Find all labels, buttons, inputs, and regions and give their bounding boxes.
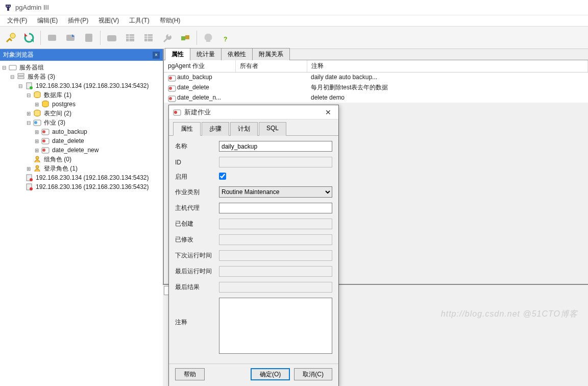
- tree-expander-icon[interactable]: ⊟: [26, 92, 32, 98]
- tree-node[interactable]: 192.168.230.136 (192.168.230.136:5432): [1, 182, 162, 191]
- tree-expander-icon[interactable]: ⊟: [17, 83, 23, 89]
- tool-refresh-icon[interactable]: [20, 29, 38, 46]
- tool-filter-icon[interactable]: [140, 29, 157, 46]
- dialog-titlebar[interactable]: 新建作业 ✕: [169, 105, 338, 119]
- menu-edit[interactable]: 编辑(E): [32, 15, 63, 26]
- tree-node[interactable]: ⊟192.168.230.134 (192.168.230.134:5432): [1, 81, 162, 90]
- tree-expander-icon[interactable]: [17, 175, 23, 181]
- tree-expander-icon[interactable]: ⊞: [26, 110, 32, 116]
- tab-properties[interactable]: 属性: [165, 48, 190, 60]
- menu-plugin[interactable]: 插件(P): [63, 15, 93, 26]
- svg-point-16: [30, 86, 33, 89]
- dialog-close-icon[interactable]: ✕: [322, 106, 334, 118]
- dlg-tab-sql[interactable]: SQL: [259, 122, 286, 136]
- object-browser-pane: 对象浏览器 × ⊟服务器组⊟服务器 (3)⊟192.168.230.134 (1…: [0, 49, 163, 386]
- svg-point-1: [9, 6, 10, 7]
- server-red-icon: [25, 174, 33, 182]
- tool-help-icon[interactable]: ?: [218, 29, 235, 46]
- svg-point-21: [34, 121, 37, 124]
- svg-point-23: [42, 130, 45, 133]
- properties-grid: pgAgent 作业 所有者 注释 auto_backupdaily date …: [164, 60, 588, 103]
- menu-view[interactable]: 视图(V): [93, 15, 124, 26]
- tree-expander-icon[interactable]: [17, 184, 23, 190]
- tree-node[interactable]: ⊟数据库 (1): [1, 90, 162, 100]
- dlg-tab-schedules[interactable]: 计划: [230, 122, 258, 136]
- tree-node[interactable]: ⊞date_delete_new: [1, 146, 162, 155]
- svg-rect-13: [18, 74, 24, 76]
- tree-node[interactable]: ⊞date_delete: [1, 136, 162, 146]
- tool-plugin-icon[interactable]: [177, 29, 194, 46]
- svg-point-41: [174, 111, 177, 114]
- tree-node[interactable]: ⊟作业 (3): [1, 118, 162, 127]
- tool-properties-icon[interactable]: [43, 29, 61, 46]
- tree-node[interactable]: ⊞auto_backup: [1, 127, 162, 136]
- tree-label: auto_backup: [51, 128, 88, 135]
- dlg-tab-steps[interactable]: 步骤: [202, 122, 229, 136]
- tree-expander-icon[interactable]: ⊞: [26, 165, 32, 172]
- select-class[interactable]: Routine Maintenance: [219, 186, 332, 198]
- tree-expander-icon[interactable]: ⊞: [34, 129, 40, 135]
- tool-maintenance-icon[interactable]: [158, 29, 176, 46]
- dlg-tab-properties[interactable]: 属性: [173, 122, 201, 136]
- menu-file[interactable]: 文件(F): [2, 15, 32, 26]
- tool-connect-icon[interactable]: [2, 29, 19, 46]
- tree-expander-icon[interactable]: ⊞: [34, 101, 40, 107]
- dlg-ok-button[interactable]: 确定(O): [251, 368, 290, 380]
- tree-expander-icon[interactable]: ⊟: [1, 64, 7, 70]
- svg-text:?: ?: [224, 36, 227, 43]
- svg-rect-5: [85, 34, 92, 42]
- tab-dependencies[interactable]: 依赖性: [221, 48, 253, 60]
- tree-expander-icon[interactable]: ⊞: [34, 138, 40, 144]
- tool-delete-icon[interactable]: [80, 29, 97, 46]
- table-row[interactable]: date_delete_n...delete demo: [164, 93, 588, 103]
- input-name[interactable]: [219, 141, 332, 152]
- svg-point-37: [169, 87, 172, 90]
- tree-label: 数据库 (1): [43, 91, 72, 100]
- window-title: pgAdmin III: [15, 4, 49, 11]
- db-icon: [33, 91, 41, 99]
- textarea-comment[interactable]: [219, 298, 332, 354]
- tab-dependents[interactable]: 附属关系: [252, 48, 290, 60]
- checkbox-enable[interactable]: [219, 173, 226, 180]
- col-comment[interactable]: 注释: [307, 60, 588, 73]
- menu-tools[interactable]: 工具(T): [124, 15, 154, 26]
- col-owner[interactable]: 所有者: [235, 60, 307, 73]
- tree-node[interactable]: ⊞登录角色 (1): [1, 164, 162, 173]
- col-job[interactable]: pgAgent 作业: [164, 60, 235, 73]
- tree-node[interactable]: ⊞postgres: [1, 100, 162, 109]
- tree-node[interactable]: ⊟服务器 (3): [1, 72, 162, 81]
- tree-node[interactable]: 192.168.230.134 (192.168.230.134:5432): [1, 173, 162, 182]
- object-tree[interactable]: ⊟服务器组⊟服务器 (3)⊟192.168.230.134 (192.168.2…: [0, 61, 163, 386]
- tree-node[interactable]: 组角色 (0): [1, 155, 162, 164]
- dlg-help-button[interactable]: 帮助: [175, 368, 205, 380]
- tree-expander-icon[interactable]: ⊟: [26, 119, 32, 126]
- job-icon: [41, 137, 50, 145]
- menu-help[interactable]: 帮助(H): [155, 15, 186, 26]
- tab-statistics[interactable]: 统计量: [190, 48, 222, 60]
- input-host[interactable]: [219, 203, 332, 213]
- svg-rect-3: [48, 35, 56, 41]
- roles-icon: [33, 164, 41, 173]
- tree-expander-icon[interactable]: ⊟: [9, 74, 15, 80]
- svg-rect-10: [185, 35, 189, 39]
- toolbar-separator: [40, 31, 41, 45]
- dialog-icon: [173, 108, 181, 116]
- svg-point-25: [42, 139, 45, 142]
- job-icon: [168, 74, 175, 81]
- table-row[interactable]: auto_backupdaily date auto backup...: [164, 73, 588, 82]
- svg-rect-14: [18, 77, 24, 79]
- tree-expander-icon[interactable]: ⊞: [34, 147, 40, 153]
- tool-viewdata-icon[interactable]: [121, 29, 139, 46]
- svg-point-39: [169, 97, 172, 100]
- tree-node[interactable]: ⊟服务器组: [1, 63, 162, 72]
- tool-hint-icon[interactable]: [200, 29, 217, 46]
- dlg-cancel-button[interactable]: 取消(C): [294, 368, 332, 380]
- tree-node[interactable]: ⊞表空间 (2): [1, 109, 162, 118]
- label-id: ID: [175, 159, 219, 166]
- server-red-icon: [25, 183, 33, 191]
- close-pane-icon[interactable]: ×: [153, 52, 160, 59]
- tree-expander-icon[interactable]: [26, 156, 32, 162]
- table-row[interactable]: date_delete每月初删除test表去年的数据: [164, 82, 588, 93]
- tool-create-icon[interactable]: [62, 29, 79, 46]
- tool-sql-icon[interactable]: [103, 29, 120, 46]
